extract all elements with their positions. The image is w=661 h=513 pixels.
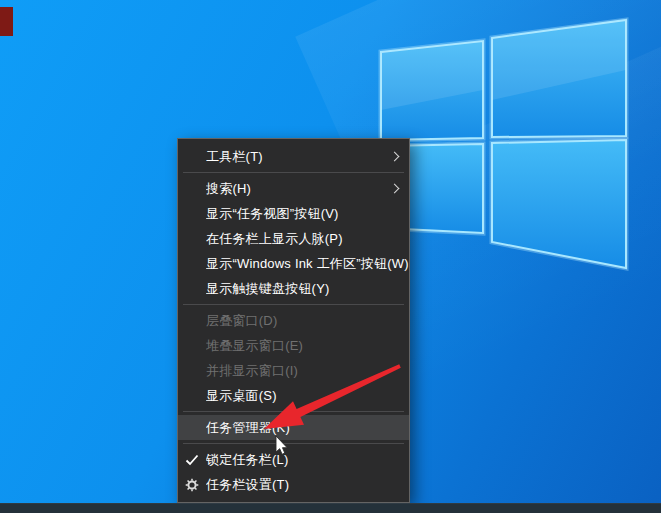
menu-item-label: 工具栏(T): [206, 144, 391, 169]
taskbar[interactable]: [0, 503, 661, 513]
menu-separator: [183, 443, 404, 444]
menu-item-label: 显示桌面(S): [206, 383, 409, 408]
submenu-arrow-icon: [391, 185, 409, 192]
menu-item-label: 锁定任务栏(L): [206, 447, 409, 472]
menu-separator: [183, 172, 404, 173]
menu-item-taskbar-settings[interactable]: 任务栏设置(T): [178, 472, 409, 497]
checkmark-icon: [178, 454, 206, 466]
menu-item-show-people-on-taskbar[interactable]: 在任务栏上显示人脉(P): [178, 226, 409, 251]
submenu-arrow-icon: [391, 153, 409, 160]
menu-item-label: 显示“任务视图”按钮(V): [206, 201, 409, 226]
menu-item-label: 显示“Windows Ink 工作区”按钮(W): [206, 251, 409, 276]
menu-separator: [183, 411, 404, 412]
menu-item-toolbars[interactable]: 工具栏(T): [178, 144, 409, 169]
menu-item-show-windows-ink-workspace-button[interactable]: 显示“Windows Ink 工作区”按钮(W): [178, 251, 409, 276]
menu-item-show-touch-keyboard-button[interactable]: 显示触摸键盘按钮(Y): [178, 276, 409, 301]
menu-item-label: 搜索(H): [206, 176, 391, 201]
red-corner-marker: [0, 7, 13, 36]
menu-item-label: 层叠窗口(D): [206, 308, 409, 333]
logo-pane-bottom-right: [492, 140, 626, 268]
menu-item-show-windows-side-by-side: 并排显示窗口(I): [178, 358, 409, 383]
menu-item-label: 堆叠显示窗口(E): [206, 333, 409, 358]
menu-item-label: 在任务栏上显示人脉(P): [206, 226, 409, 251]
menu-item-label: 任务管理器(K): [206, 415, 409, 440]
menu-item-search[interactable]: 搜索(H): [178, 176, 409, 201]
menu-item-label: 并排显示窗口(I): [206, 358, 409, 383]
menu-separator: [183, 304, 404, 305]
menu-item-label: 任务栏设置(T): [206, 472, 409, 497]
menu-item-lock-taskbar[interactable]: 锁定任务栏(L): [178, 447, 409, 472]
menu-item-show-task-view-button[interactable]: 显示“任务视图”按钮(V): [178, 201, 409, 226]
menu-item-show-windows-stacked: 堆叠显示窗口(E): [178, 333, 409, 358]
menu-item-label: 显示触摸键盘按钮(Y): [206, 276, 409, 301]
menu-item-task-manager[interactable]: 任务管理器(K): [178, 415, 409, 440]
taskbar-context-menu: 工具栏(T)搜索(H)显示“任务视图”按钮(V)在任务栏上显示人脉(P)显示“W…: [177, 138, 410, 503]
menu-item-show-desktop[interactable]: 显示桌面(S): [178, 383, 409, 408]
gear-icon: [178, 478, 206, 492]
windows-logo: [370, 0, 661, 290]
menu-item-cascade-windows: 层叠窗口(D): [178, 308, 409, 333]
